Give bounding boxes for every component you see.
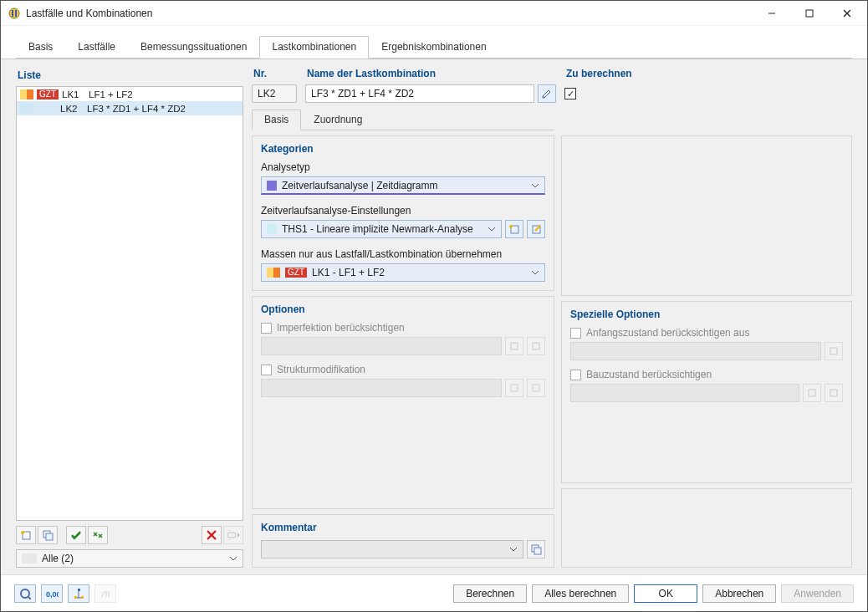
app-icon	[8, 7, 21, 20]
calculate-all-button[interactable]: Alles berechnen	[532, 584, 629, 603]
select-all-button[interactable]	[66, 526, 86, 544]
main-tabs: Basis Lastfälle Bemessungssituationen La…	[1, 26, 867, 59]
tab-lastkombinationen[interactable]: Lastkombinationen	[259, 36, 369, 59]
titlebar: Lastfälle und Kombinationen	[1, 1, 867, 26]
filter-combo[interactable]: Alle (2)	[16, 549, 243, 568]
edit-name-button[interactable]	[538, 84, 556, 103]
special-title: Spezielle Optionen	[570, 309, 843, 320]
svg-rect-14	[227, 533, 236, 538]
filter-text: Alle (2)	[42, 553, 74, 564]
struct-label: Strukturmodifikation	[277, 364, 365, 375]
category-swatch	[20, 89, 33, 99]
constr-combo	[570, 384, 799, 402]
imperfection-new-button	[505, 337, 523, 355]
new-item-button[interactable]	[16, 526, 36, 544]
initial-checkbox[interactable]	[570, 328, 581, 339]
apply-button: Anwenden	[781, 584, 854, 603]
deselect-all-button[interactable]	[88, 526, 108, 544]
copy-item-button[interactable]	[38, 526, 58, 544]
struct-edit-button	[527, 379, 545, 397]
chevron-down-icon	[488, 227, 496, 232]
tha-swatch	[267, 224, 277, 234]
svg-point-0	[9, 8, 19, 18]
structure-button[interactable]	[68, 584, 89, 603]
cancel-button[interactable]: Abbrechen	[702, 584, 776, 603]
imperfection-checkbox[interactable]	[261, 323, 272, 334]
svg-rect-2	[15, 10, 17, 17]
svg-rect-23	[533, 385, 539, 391]
tab-basis[interactable]: Basis	[16, 36, 65, 59]
combo-desc: LF3 * ZD1 + LF4 * ZD2	[87, 104, 186, 114]
chevron-down-icon	[531, 270, 539, 275]
comment-combo[interactable]	[261, 540, 523, 558]
combo-code: LK1	[62, 89, 85, 99]
comment-title: Kommentar	[261, 522, 545, 533]
svg-text:0,00: 0,00	[46, 590, 59, 599]
svg-rect-20	[511, 343, 518, 349]
subtab-zuordnung[interactable]: Zuordnung	[301, 110, 375, 130]
footer: 0,00 Berechnen Alles berechnen OK Abbrec…	[1, 574, 867, 611]
ok-button[interactable]: OK	[634, 584, 697, 603]
tha-settings-combo[interactable]: THS1 - Lineare implizite Newmark-Analyse	[261, 220, 502, 238]
svg-rect-36	[81, 596, 84, 599]
constr-checkbox[interactable]	[570, 370, 581, 380]
svg-point-29	[21, 589, 29, 598]
analysis-type-combo[interactable]: Zeitverlaufsanalyse | Zeitdiagramm	[261, 176, 545, 195]
maximize-button[interactable]	[790, 2, 828, 25]
constr-label: Bauzustand berücksichtigen	[586, 369, 712, 380]
svg-line-30	[28, 597, 31, 599]
more-actions-button	[223, 526, 243, 544]
units-button[interactable]: 0,00	[41, 584, 63, 603]
help-button[interactable]	[14, 584, 36, 603]
detail-panel: Nr. LK2 Name der Lastkombination LF3 * Z…	[252, 66, 852, 568]
tab-bemessungssituationen[interactable]: Bemessungssituationen	[128, 36, 259, 59]
subtab-basis[interactable]: Basis	[252, 110, 301, 130]
chevron-down-icon	[531, 183, 539, 188]
category-swatch	[20, 104, 33, 114]
comment-card: Kommentar	[252, 514, 554, 568]
imperfection-label: Imperfektion berücksichtigen	[277, 322, 405, 334]
analysis-value: Zeitverlaufsanalyse | Zeitdiagramm	[282, 180, 438, 191]
extra-card	[561, 488, 852, 568]
combo-desc: LF1 + LF2	[89, 89, 133, 99]
tha-value: THS1 - Lineare implizite Newmark-Analyse	[282, 223, 473, 235]
categories-title: Kategorien	[261, 143, 545, 155]
list-item[interactable]: GZT LK1 LF1 + LF2	[17, 87, 243, 101]
options-title: Optionen	[261, 303, 545, 315]
mass-source-combo[interactable]: GZT LK1 - LF1 + LF2	[261, 263, 545, 282]
calculate-button[interactable]: Berechnen	[453, 584, 527, 603]
close-button[interactable]	[828, 2, 865, 25]
struct-checkbox[interactable]	[261, 365, 272, 375]
chevron-down-icon	[229, 556, 237, 561]
calc-label: Zu berechnen	[564, 66, 634, 84]
window-title: Lastfälle und Kombinationen	[26, 8, 753, 19]
struct-option: Strukturmodifikation	[261, 364, 545, 375]
combination-list[interactable]: GZT LK1 LF1 + LF2 LK2 LF3 * ZD1 + LF4 * …	[16, 86, 243, 521]
struct-combo	[261, 379, 502, 397]
delete-item-button[interactable]	[202, 526, 222, 544]
tha-edit-button[interactable]	[527, 220, 545, 238]
filter-swatch	[22, 553, 37, 564]
tab-ergebniskombinationen[interactable]: Ergebniskombinationen	[369, 36, 498, 59]
dialog-window: Lastfälle und Kombinationen Basis Lastfä…	[0, 0, 868, 612]
list-item[interactable]: LK2 LF3 * ZD1 + LF4 * ZD2	[17, 101, 243, 115]
svg-rect-32	[78, 589, 80, 591]
initial-edit-button	[825, 342, 843, 360]
script-button	[94, 584, 116, 603]
tab-lastfaelle[interactable]: Lastfälle	[65, 36, 128, 59]
tha-new-button[interactable]	[505, 220, 523, 238]
number-field[interactable]: LK2	[252, 84, 297, 103]
sub-tabs: Basis Zuordnung	[252, 110, 554, 130]
options-card: Optionen Imperfektion berücksichtigen	[252, 296, 554, 509]
special-options-card: Spezielle Optionen Anfangszustand berück…	[561, 301, 852, 483]
svg-rect-28	[830, 390, 837, 396]
name-field[interactable]: LF3 * ZD1 + LF4 * ZD2	[305, 84, 534, 103]
minimize-button[interactable]	[753, 2, 790, 25]
limit-state-badge: GZT	[37, 89, 59, 99]
mass-badge: GZT	[285, 268, 307, 278]
calc-checkbox[interactable]	[564, 88, 576, 99]
comment-pick-button[interactable]	[527, 540, 545, 558]
name-group: Name der Lastkombination LF3 * ZD1 + LF4…	[305, 66, 556, 103]
number-label: Nr.	[252, 66, 297, 84]
list-title: Liste	[16, 66, 243, 86]
